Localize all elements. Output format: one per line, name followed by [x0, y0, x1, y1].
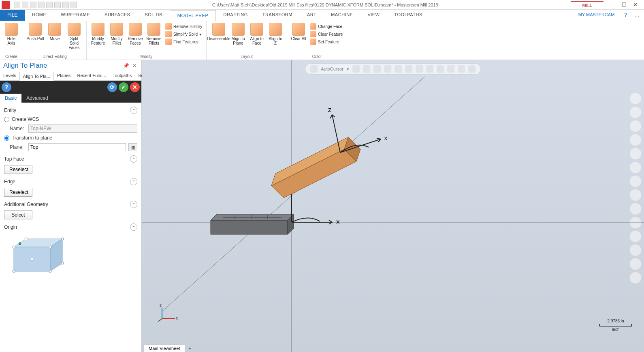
tab-toolpaths[interactable]: TOOLPATHS — [387, 10, 430, 21]
tab-home[interactable]: HOME — [25, 10, 53, 21]
push-pull-button[interactable]: Push-Pull — [26, 22, 45, 42]
svg-point-10 — [31, 258, 33, 260]
ribbon-group-modify: Modify Feature Modify Fillet Remove Face… — [87, 21, 207, 60]
close-button[interactable]: ✕ — [633, 2, 638, 8]
panel-tab-align[interactable]: Align To Pla... — [19, 72, 54, 81]
change-face-icon — [310, 23, 316, 30]
help-button[interactable]: ? — [620, 10, 631, 21]
addgeo-collapse-button[interactable]: ˄ — [130, 201, 137, 208]
maximize-button[interactable]: ☐ — [622, 2, 627, 8]
origin-collapse-button[interactable]: ˄ — [130, 223, 137, 231]
name-input — [28, 124, 137, 133]
model-view[interactable]: X Z X Z — [142, 60, 644, 352]
tab-view[interactable]: VIEW — [360, 10, 387, 21]
clear-feature-button[interactable]: Clear Feature — [309, 30, 343, 38]
topface-collapse-button[interactable]: ˄ — [130, 155, 137, 163]
svg-line-31 — [158, 319, 162, 322]
align-to-z-button[interactable]: Align to Z — [267, 22, 284, 46]
qat-paste-icon[interactable] — [54, 2, 61, 8]
move-icon — [48, 23, 61, 36]
plane-picker-button[interactable]: ▥ — [128, 143, 137, 151]
addgeo-header: Additional Geometry — [4, 202, 48, 207]
ribbon-collapse-button[interactable]: ︿ — [631, 10, 644, 21]
edge-reselect-button[interactable]: Reselect — [4, 188, 32, 197]
ribbon-tabs: FILE HOME WIREFRAME SURFACES SOLIDS MODE… — [0, 10, 644, 21]
qat-new-icon[interactable] — [14, 2, 20, 8]
ribbon-group-color: Clear All Change Face Clear Feature Set … — [287, 21, 347, 60]
tab-wireframe[interactable]: WIREFRAME — [53, 10, 97, 21]
transform-to-plane-label: Transform to plane — [12, 135, 52, 141]
panel-tab-planes[interactable]: Planes — [54, 71, 74, 80]
tab-transform[interactable]: TRANSFORM — [255, 10, 300, 21]
origin-header: Origin — [4, 224, 17, 230]
scale-unit: Inch — [599, 327, 632, 332]
simplify-solid-button[interactable]: Simplify Solid ▾ — [164, 30, 203, 38]
panel-cancel-button[interactable]: ✕ — [130, 82, 140, 92]
edge-collapse-button[interactable]: ˄ — [130, 178, 137, 185]
ribbon-body: Hole Axis Create Push-Pull Move Split So… — [0, 21, 644, 60]
tab-surfaces[interactable]: SURFACES — [97, 10, 137, 21]
panel-ok-button[interactable]: ✓ — [119, 82, 128, 92]
find-features-button[interactable]: Find Features — [164, 38, 203, 45]
panel-subtabs: Basic Advanced — [0, 94, 141, 103]
graphics-viewport[interactable]: AutoCursor ▾ — [142, 60, 644, 352]
subtab-basic[interactable]: Basic — [0, 94, 21, 103]
qat-save-icon[interactable] — [22, 2, 28, 8]
clear-all-button[interactable]: Clear All — [290, 22, 307, 42]
tab-file[interactable]: FILE — [0, 10, 25, 21]
align-to-face-label: Align to Face — [249, 36, 265, 45]
qat-copy-icon[interactable] — [46, 2, 53, 8]
align-to-plane-button[interactable]: Align to Plane — [229, 22, 247, 46]
panel-tab-levels[interactable]: Levels — [0, 71, 19, 80]
topface-reselect-button[interactable]: Reselect — [4, 165, 32, 174]
remove-faces-button[interactable]: Remove Faces — [126, 22, 144, 46]
tab-drafting[interactable]: DRAFTING — [216, 10, 255, 21]
my-mastercam-link[interactable]: MY MASTERCAM — [573, 10, 621, 21]
change-face-button[interactable]: Change Face — [309, 23, 343, 30]
viewsheet-add-button[interactable]: + — [185, 345, 194, 352]
set-feature-label: Set Feature — [318, 40, 339, 44]
panel-help-button[interactable]: ? — [2, 82, 11, 92]
tab-art[interactable]: ART — [300, 10, 324, 21]
view-triad: x z — [158, 305, 178, 324]
move-button[interactable]: Move — [46, 22, 64, 42]
disassemble-button[interactable]: Disassemble — [209, 22, 228, 42]
minimize-button[interactable]: — — [610, 2, 615, 8]
qat-open-icon[interactable] — [30, 2, 36, 8]
viewsheet-main[interactable]: Main Viewsheet — [143, 344, 185, 352]
modify-feature-button[interactable]: Modify Feature — [89, 22, 107, 46]
hole-axis-button[interactable]: Hole Axis — [2, 22, 20, 46]
qat-redo-icon[interactable] — [70, 2, 77, 8]
panel-apply-button[interactable]: ⟳ — [107, 82, 117, 92]
modify-fillet-button[interactable]: Modify Fillet — [108, 22, 126, 46]
entity-collapse-button[interactable]: ˄ — [130, 107, 137, 114]
split-solid-faces-button[interactable]: Split Solid Faces — [64, 22, 84, 51]
tab-model-prep[interactable]: MODEL PREP — [170, 10, 216, 21]
addgeo-select-button[interactable]: Select — [4, 210, 32, 219]
hole-axis-label: Hole Axis — [3, 36, 19, 45]
panel-close-button[interactable]: ✕ — [131, 63, 138, 69]
remove-history-label: Remove History — [173, 24, 202, 29]
align-to-face-button[interactable]: Align to Face — [248, 22, 266, 46]
origin-box-picker[interactable] — [6, 235, 70, 279]
remove-history-button[interactable]: Remove History — [164, 23, 203, 30]
qat-print-icon[interactable] — [38, 2, 45, 8]
panel-pin-button[interactable]: 📌 — [122, 63, 131, 69]
subtab-advanced[interactable]: Advanced — [21, 94, 53, 103]
remove-fillets-button[interactable]: Remove Fillets — [145, 22, 163, 46]
qat-undo-icon[interactable] — [62, 2, 69, 8]
entity-header: Entity — [4, 107, 16, 113]
set-feature-button[interactable]: Set Feature — [309, 38, 343, 45]
panel-tab-recent[interactable]: Recent Func... — [74, 71, 110, 80]
svg-point-11 — [19, 243, 21, 245]
context-tab-mill[interactable]: MILL — [571, 1, 603, 9]
plane-input[interactable] — [28, 143, 126, 151]
tab-machine[interactable]: MACHINE — [324, 10, 360, 21]
lower-x-axis-label: X — [336, 219, 340, 225]
transform-to-plane-radio[interactable] — [4, 135, 9, 141]
create-wcs-radio[interactable] — [4, 117, 9, 122]
tab-solids[interactable]: SOLIDS — [137, 10, 169, 21]
svg-point-8 — [61, 262, 64, 264]
group-label-direct: Direct Editing — [26, 54, 84, 60]
panel-tab-toolpaths[interactable]: Toolpaths — [109, 71, 135, 80]
